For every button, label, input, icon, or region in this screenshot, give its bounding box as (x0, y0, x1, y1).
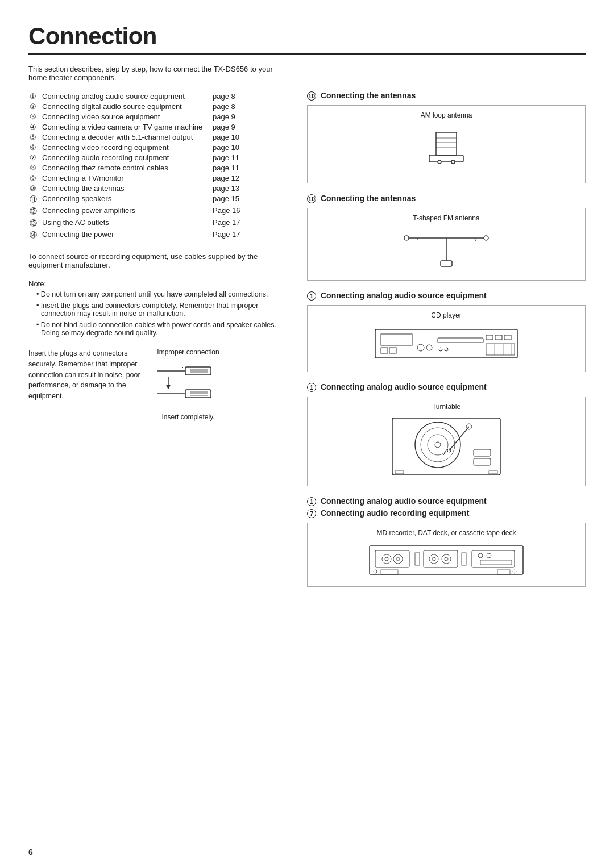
toc-label: Connecting speakers (41, 193, 211, 205)
page-number: 6 (28, 848, 33, 857)
toc-num: ⑭ (28, 229, 41, 241)
tape-deck-svg (367, 541, 526, 578)
svg-rect-69 (462, 553, 466, 565)
toc-label: Connecting the antennas (41, 183, 211, 193)
toc-row: ③ Connecting video source equipment page… (28, 111, 290, 122)
improper-diagram: Insert the plugs and connectors securely… (28, 348, 290, 421)
svg-rect-13 (436, 132, 457, 155)
improper-text: Insert the plugs and connectors securely… (28, 348, 142, 402)
toc-label: Connecting a video camera or TV game mac… (41, 122, 211, 132)
svg-rect-31 (389, 348, 396, 353)
svg-point-75 (513, 570, 516, 573)
main-layout: ① Connecting analog audio source equipme… (28, 91, 586, 597)
toc-num: ⑬ (28, 217, 41, 229)
toc-label: Connecting a TV/monitor (41, 173, 211, 183)
svg-line-27 (475, 238, 476, 241)
svg-rect-44 (392, 418, 500, 475)
toc-num: ⑪ (28, 193, 41, 205)
toc-label: Connecting thez remote control cables (41, 162, 211, 173)
svg-point-71 (478, 553, 483, 558)
connect-note: To connect source or recording equipment… (28, 252, 290, 269)
toc-num: ⑤ (28, 132, 41, 142)
section-tape-deck: 1 Connecting analog audio source equipme… (307, 496, 586, 587)
svg-point-48 (435, 442, 441, 448)
toc-label: Connecting power amplifiers (41, 205, 211, 217)
toc-label: Connecting digital audio source equipmen… (41, 101, 211, 111)
toc-page: Page 16 (211, 205, 290, 217)
svg-rect-70 (472, 550, 515, 567)
toc-num: ⑧ (28, 162, 41, 173)
toc-label: Connecting video source equipment (41, 111, 211, 122)
svg-point-60 (385, 557, 388, 561)
toc-row: ⑫ Connecting power amplifiers Page 16 (28, 205, 290, 217)
tape-deck-heading2: 7 Connecting audio recording equipment (307, 508, 586, 518)
toc-row: ⑨ Connecting a TV/monitor page 12 (28, 173, 290, 183)
cd-heading: 1 Connecting analog audio source equipme… (307, 291, 586, 301)
toc-page: page 12 (211, 173, 290, 183)
note-title: Note: (28, 279, 290, 288)
toc-num: ⑫ (28, 205, 41, 217)
svg-rect-36 (495, 335, 502, 340)
svg-point-39 (445, 348, 448, 351)
section-num-10a: 10 (307, 91, 316, 101)
toc-label: Using the AC outlets (41, 217, 211, 229)
toc-page: page 9 (211, 122, 290, 132)
toc-page: page 8 (211, 101, 290, 111)
fm-caption: T-shaped FM antenna (316, 214, 577, 222)
svg-point-22 (404, 236, 409, 240)
toc-num: ② (28, 101, 41, 111)
left-column: ① Connecting analog audio source equipme… (28, 91, 290, 421)
svg-point-19 (438, 160, 441, 164)
toc-row: ⑭ Connecting the power Page 17 (28, 229, 290, 241)
cd-title: Connecting analog audio source equipment (321, 291, 487, 300)
toc-page: page 10 (211, 142, 290, 152)
toc-page: page 11 (211, 162, 290, 173)
turntable-svg (389, 415, 503, 478)
toc-page: Page 17 (211, 217, 290, 229)
svg-point-67 (445, 557, 448, 561)
section-num-1b: 1 (307, 383, 316, 392)
svg-point-65 (432, 557, 435, 561)
toc-table: ① Connecting analog audio source equipme… (28, 91, 290, 241)
section-num-1a: 1 (307, 291, 316, 301)
note-section: Note: Do not turn on any component until… (28, 279, 290, 337)
toc-num: ④ (28, 122, 41, 132)
antenna-am-heading: 10 Connecting the antennas (307, 91, 586, 101)
svg-point-20 (451, 160, 455, 164)
section-antenna-am: 10 Connecting the antennas AM loop anten… (307, 91, 586, 183)
svg-rect-29 (381, 334, 412, 345)
toc-num: ⑨ (28, 173, 41, 183)
title-divider (28, 53, 586, 55)
svg-rect-25 (441, 261, 452, 266)
svg-rect-12 (429, 155, 463, 162)
toc-num: ⑦ (28, 152, 41, 162)
svg-rect-58 (375, 550, 409, 567)
note-item: Insert the plugs and connectors complete… (36, 302, 290, 318)
toc-row: ② Connecting digital audio source equipm… (28, 101, 290, 111)
turntable-img (316, 415, 577, 478)
toc-num: ⑩ (28, 183, 41, 193)
toc-page: page 15 (211, 193, 290, 205)
am-loop-svg (412, 124, 480, 175)
svg-point-23 (484, 236, 488, 240)
toc-num: ⑥ (28, 142, 41, 152)
section-num-7: 7 (307, 509, 316, 518)
toc-num: ③ (28, 111, 41, 122)
toc-num: ① (28, 91, 41, 101)
tape-deck-heading: 1 Connecting analog audio source equipme… (307, 496, 586, 506)
improper-visual: Improper connection (151, 348, 225, 421)
svg-rect-63 (424, 550, 458, 567)
toc-row: ⑪ Connecting speakers page 15 (28, 193, 290, 205)
am-caption: AM loop antenna (316, 111, 577, 119)
antenna-am-title: Connecting the antennas (321, 91, 416, 100)
toc-page: page 13 (211, 183, 290, 193)
svg-point-62 (396, 557, 400, 561)
svg-rect-77 (497, 570, 510, 574)
svg-rect-68 (415, 553, 420, 565)
turntable-diagram: Turntable (307, 397, 586, 486)
toc-label: Connecting analog audio source equipment (41, 91, 211, 101)
antenna-am-diagram: AM loop antenna (307, 105, 586, 183)
section-antenna-fm: 10 Connecting the antennas T-shaped FM a… (307, 194, 586, 281)
svg-point-66 (442, 554, 451, 564)
svg-point-38 (439, 348, 442, 351)
